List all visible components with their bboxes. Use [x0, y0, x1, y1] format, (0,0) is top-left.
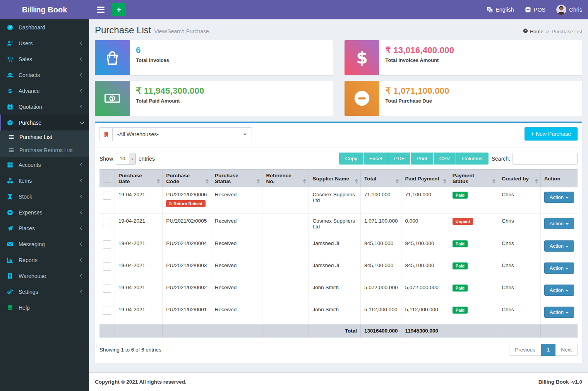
column-header-created-by[interactable]: Created by: [498, 170, 541, 188]
breadcrumb-home-link[interactable]: Home: [523, 28, 543, 34]
sidebar-item-sales[interactable]: Sales: [0, 51, 89, 67]
chevron-left-icon: [80, 179, 84, 183]
brand[interactable]: Billing Book: [0, 0, 89, 19]
page-title: Purchase List: [95, 25, 151, 36]
action-dropdown-button[interactable]: Action: [544, 240, 574, 252]
previous-page-button[interactable]: Previous: [509, 344, 541, 356]
page-1-button[interactable]: 1: [541, 344, 556, 356]
column-header-purchase-date[interactable]: Purchase Date: [115, 170, 163, 188]
row-checkbox[interactable]: [103, 192, 111, 200]
cell-reference-no: [262, 280, 309, 302]
sidebar-item-expenses[interactable]: Expenses: [0, 204, 89, 220]
cell-action: Action: [540, 187, 578, 214]
export-excel-button[interactable]: Excel: [363, 153, 388, 165]
column-header-payment-status[interactable]: Payment Status: [449, 170, 498, 188]
sidebar-item-purchase[interactable]: Purchase: [0, 115, 89, 130]
export-csv-button[interactable]: CSV: [434, 153, 456, 165]
cell-purchase-status: Received: [211, 280, 262, 302]
next-page-button[interactable]: Next: [555, 344, 578, 356]
select-all-checkbox[interactable]: [103, 175, 111, 183]
quick-add-button[interactable]: +: [111, 3, 126, 16]
table-row: 19-04-2021PU/2021/02/0002ReceivedJohn Sm…: [99, 280, 578, 302]
sidebar-item-messaging[interactable]: Messaging: [0, 236, 89, 252]
chevron-left-icon: [80, 195, 84, 199]
purchase-table: Purchase DatePurchase CodePurchase Statu…: [99, 169, 578, 338]
export-columns-button[interactable]: Columns: [456, 153, 488, 165]
user-menu[interactable]: Chris: [556, 5, 582, 15]
sidebar-item-warehouse[interactable]: Warehouse: [0, 268, 89, 284]
home-gauge-icon: [523, 28, 528, 34]
column-header-action: Action: [540, 170, 578, 188]
cell-supplier-name: Jamshed Ji: [309, 236, 361, 258]
sidebar-item-accounts[interactable]: Accounts: [0, 157, 89, 173]
column-header-purchase-code[interactable]: Purchase Code: [163, 170, 211, 188]
hamburger-menu-icon[interactable]: [94, 2, 108, 17]
column-header-label: Total: [364, 176, 376, 182]
search-input[interactable]: [513, 153, 578, 165]
sidebar-subitem-purchase-list[interactable]: Purchase List: [0, 130, 89, 144]
sidebar-item-label: Dashboard: [19, 24, 45, 31]
stat-label: Total Invoices: [136, 57, 169, 63]
chevron-left-icon: [80, 211, 84, 214]
row-checkbox[interactable]: [103, 218, 111, 226]
sidebar-item-settings[interactable]: Settings: [0, 284, 89, 300]
column-header-paid-payment[interactable]: Paid Payment: [401, 170, 449, 188]
svg-text:$: $: [356, 49, 368, 66]
new-purchase-button[interactable]: +New Purchase: [525, 127, 578, 141]
pos-button[interactable]: POS: [525, 7, 546, 13]
table-toolbar: Show 10 ∨ entries CopyExcelPDFPrintCSVCo…: [99, 153, 578, 165]
language-menu[interactable]: Aa English: [487, 7, 514, 13]
action-dropdown-button[interactable]: Action: [544, 262, 574, 274]
sidebar-item-help[interactable]: Help: [0, 300, 89, 316]
return-raised-badge: Return Raised: [166, 200, 206, 207]
page-subtitle: View/Search Purchase: [154, 28, 209, 34]
action-dropdown-button[interactable]: Action: [544, 218, 574, 229]
pagination: Previous 1 Next: [509, 344, 578, 356]
page-length-select[interactable]: 10 ∨: [116, 153, 136, 165]
row-checkbox[interactable]: [103, 307, 111, 315]
show-label: Show: [99, 156, 113, 162]
action-dropdown-button[interactable]: Action: [544, 192, 574, 203]
envelope-icon: [7, 241, 15, 247]
brand-title: Billing Book: [22, 5, 67, 14]
cell-checkbox: [99, 302, 115, 324]
action-dropdown-button[interactable]: Action: [544, 285, 574, 296]
sidebar-item-users[interactable]: Users: [0, 35, 89, 51]
sidebar-item-stock[interactable]: Stock: [0, 189, 89, 204]
sidebar-item-label: Stock: [19, 194, 32, 200]
sidebar-item-quotation[interactable]: Quotation: [0, 99, 89, 115]
row-checkbox[interactable]: [103, 240, 111, 249]
total-cell-supplier: Total: [309, 324, 361, 338]
page-header: Purchase List View/Search Purchase Home …: [95, 25, 582, 36]
stat-card-body: ₹ 11,945,300.000Total Paid Amount: [130, 81, 208, 116]
total-cell-checkbox: [99, 324, 115, 338]
sidebar-item-contacts[interactable]: Contacts: [0, 67, 89, 83]
column-header-total[interactable]: Total: [361, 170, 401, 188]
cell-created-by: Chris: [498, 258, 541, 280]
export-pdf-button[interactable]: PDF: [388, 153, 411, 165]
sidebar-item-dashboard[interactable]: Dashboard: [0, 19, 89, 35]
chevron-left-icon: [80, 57, 84, 61]
content: Purchase List View/Search Purchase Home …: [89, 19, 588, 365]
sidebar-item-items[interactable]: Items: [0, 173, 89, 189]
column-header-supplier-name[interactable]: Supplier Name: [309, 170, 361, 188]
column-header-purchase-status[interactable]: Purchase Status: [211, 170, 262, 188]
action-dropdown-button[interactable]: Action: [544, 307, 574, 318]
row-checkbox[interactable]: [103, 262, 111, 271]
warehouse-select[interactable]: -All Warehouses-: [113, 127, 252, 141]
cell-purchase-date: 19-04-2021: [115, 236, 163, 258]
users-icon: [7, 72, 15, 78]
bill-icon: 1: [95, 81, 130, 116]
svg-text:1: 1: [111, 96, 113, 101]
row-checkbox[interactable]: [103, 285, 111, 293]
cart-icon: [7, 56, 15, 62]
sidebar-item-reports[interactable]: Reports: [0, 252, 89, 268]
export-print-button[interactable]: Print: [411, 153, 434, 165]
sidebar-item-places[interactable]: Places: [0, 220, 89, 236]
export-copy-button[interactable]: Copy: [339, 153, 363, 165]
total-cell-action: [540, 324, 578, 338]
sidebar-item-advance[interactable]: $Advance: [0, 83, 89, 99]
column-header-reference-no-[interactable]: Reference No.: [262, 170, 309, 188]
purchase-code: PU/2021/02/0001: [166, 307, 207, 312]
sidebar-subitem-purchase-returns-list[interactable]: Purchase Returns List: [0, 144, 89, 157]
